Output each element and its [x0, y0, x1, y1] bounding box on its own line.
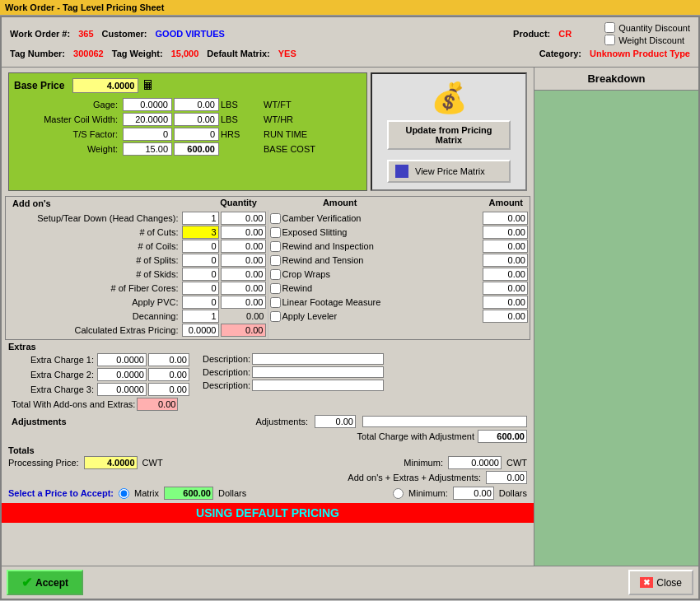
desc3-input[interactable]: [252, 380, 384, 391]
title-bar: Work Order - Tag Level Pricing Sheet: [0, 0, 700, 16]
addon-pvc-label: Apply PVC:: [7, 297, 182, 307]
addon-coils-qty[interactable]: [182, 240, 219, 253]
customer-value: GOOD VIRTUES: [156, 29, 225, 39]
cb-rewind-insp-amount[interactable]: [483, 240, 528, 253]
extra3-amount[interactable]: [148, 383, 189, 396]
gage-value-input[interactable]: [123, 98, 172, 111]
cb-rewind-tension[interactable]: [270, 255, 281, 266]
extra1-label: Extra Charge 1:: [12, 355, 94, 365]
cb-linear[interactable]: [270, 297, 281, 308]
master-coil-lbs-input[interactable]: [174, 113, 219, 126]
totals-section-label: Totals: [5, 445, 38, 456]
quantity-discount-label: Quantity Discount: [618, 23, 690, 33]
cb-rewind-insp[interactable]: [270, 241, 281, 252]
extra3-row: Extra Charge 3:: [8, 382, 193, 397]
addons-content: Setup/Tear Down (Head Changes): # of Cut…: [6, 210, 530, 339]
extra2-value[interactable]: [97, 368, 147, 381]
addon-pvc-qty[interactable]: [182, 296, 219, 309]
extra1-value[interactable]: [97, 353, 147, 366]
cb-crop-wraps-amount[interactable]: [483, 268, 528, 281]
addon-coils-amount[interactable]: [221, 240, 266, 253]
addon-decanning-row: Decanning:: [7, 310, 266, 323]
cb-rewind-insp-row: Rewind and Inspection: [270, 240, 529, 253]
addon-fiber-row: # of Fiber Cores:: [7, 282, 266, 295]
extras-total-label: Total With Add-ons and Extras:: [12, 399, 135, 409]
addon-splits-amount[interactable]: [221, 254, 266, 267]
addons-total-value[interactable]: [486, 471, 527, 484]
addon-setup-amount[interactable]: [221, 212, 266, 225]
processing-price-input[interactable]: [84, 456, 138, 469]
weight-cost-input[interactable]: [174, 142, 219, 156]
addon-fiber-qty[interactable]: [182, 282, 219, 295]
addon-splits-qty[interactable]: [182, 254, 219, 267]
cb-camber-amount[interactable]: [483, 212, 528, 225]
weight-value-input[interactable]: [123, 142, 172, 156]
extra3-value[interactable]: [97, 383, 147, 396]
addon-cuts-qty[interactable]: [182, 226, 219, 239]
adjustments-value-input[interactable]: [315, 415, 356, 428]
cb-leveler-amount[interactable]: [483, 310, 528, 323]
addon-skids-qty[interactable]: [182, 268, 219, 281]
ts-factor-result: RUN TIME: [264, 129, 329, 139]
gage-lbs-input[interactable]: [174, 98, 219, 111]
master-coil-result: WT/HR: [264, 114, 329, 124]
cb-leveler[interactable]: [270, 311, 281, 322]
cb-exposed[interactable]: [270, 227, 281, 238]
addon-coils-row: # of Coils:: [7, 240, 266, 253]
minimum-value-input[interactable]: [448, 456, 502, 469]
extras-total-value[interactable]: [137, 398, 178, 411]
weight-discount-checkbox[interactable]: [604, 35, 615, 45]
cb-rewind-insp-label: Rewind and Inspection: [281, 241, 482, 251]
cb-rewind[interactable]: [270, 283, 281, 294]
master-coil-value-input[interactable]: [123, 113, 172, 126]
base-price-input[interactable]: [72, 78, 138, 93]
cb-camber[interactable]: [270, 213, 281, 224]
addons-section-label: Add on's: [9, 198, 54, 209]
processing-price-unit: CWT: [142, 458, 163, 468]
addon-setup-qty[interactable]: [182, 212, 219, 225]
addon-pvc-amount[interactable]: [221, 296, 266, 309]
extra2-amount[interactable]: [148, 368, 189, 381]
addon-decanning-qty[interactable]: [182, 310, 219, 323]
minimum-radio-label: Minimum:: [408, 488, 448, 498]
minimum-radio-value[interactable]: [453, 487, 494, 500]
close-button[interactable]: ✖ Close: [628, 570, 693, 595]
cb-exposed-amount[interactable]: [483, 226, 528, 239]
minimum-radio[interactable]: [393, 488, 404, 499]
tag-number-label: Tag Number:: [10, 49, 65, 58]
cb-rewind-label: Rewind: [281, 283, 482, 293]
desc1-input[interactable]: [252, 353, 384, 365]
matrix-value-input[interactable]: [164, 487, 213, 500]
master-coil-unit: LBS: [221, 114, 262, 124]
cb-linear-amount[interactable]: [483, 296, 528, 309]
minimum-radio-unit: Dollars: [499, 488, 527, 498]
breakdown-content[interactable]: [534, 91, 698, 566]
master-coil-label: Master Coil Width:: [14, 114, 121, 124]
ts-factor-unit: HRS: [221, 129, 262, 139]
desc2-label: Description:: [203, 367, 250, 377]
category-label: Category:: [539, 49, 581, 58]
addon-calc-qty[interactable]: [182, 324, 219, 337]
ts-factor-hrs-input[interactable]: [174, 128, 219, 141]
addon-fiber-amount[interactable]: [221, 282, 266, 295]
view-price-matrix-button[interactable]: View Price Matrix: [387, 160, 511, 183]
ts-factor-value-input[interactable]: [123, 128, 172, 141]
adjustments-desc-input[interactable]: [362, 416, 527, 427]
cb-crop-wraps[interactable]: [270, 269, 281, 280]
update-pricing-button[interactable]: Update from Pricing Matrix: [387, 120, 511, 150]
addon-fiber-label: # of Fiber Cores:: [7, 283, 182, 293]
total-charge-value[interactable]: [478, 430, 527, 443]
desc2-input[interactable]: [252, 366, 384, 378]
matrix-radio[interactable]: [119, 488, 129, 499]
addon-decanning-amount[interactable]: [221, 310, 266, 322]
addon-cuts-amount[interactable]: [221, 226, 266, 239]
gage-unit: LBS: [221, 100, 262, 109]
accept-button[interactable]: ✔ Accept: [7, 570, 83, 595]
cb-rewind-amount[interactable]: [483, 282, 528, 295]
quantity-discount-checkbox[interactable]: [604, 22, 615, 33]
base-price-calc-icon[interactable]: 🖩: [142, 78, 155, 93]
cb-rewind-tension-amount[interactable]: [483, 254, 528, 267]
addon-calc-amount[interactable]: [221, 324, 266, 337]
addon-skids-amount[interactable]: [221, 268, 266, 281]
extra1-amount[interactable]: [148, 353, 189, 366]
